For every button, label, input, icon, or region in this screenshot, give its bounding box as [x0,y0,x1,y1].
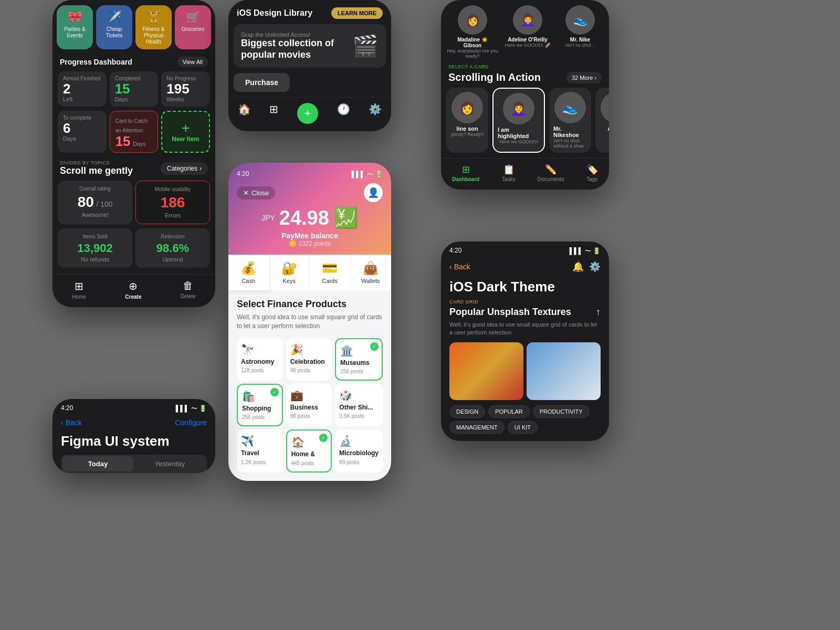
figma-status-bar: 4:20 ▌▌▌ 〜 🔋 [52,399,215,416]
close-button[interactable]: ✕ Close [237,186,275,200]
keys-icon: 🔐 [281,261,297,276]
no-progress-cell: No Progress 195 Weeks [161,71,210,107]
hl-card-0[interactable]: 👩 line son ybody? Ready? [446,88,488,153]
divider-text-group: DIVIDED BY TOPICS Scroll me gently [60,160,133,176]
finance-grid: 🔭 Astronomy 128 posts 🎉 Celebration 96 p… [237,338,383,472]
stats-row-1: Almost Finished 2 Left Completed 15 Days… [52,69,215,109]
nav-settings-item[interactable]: ⚙️ [369,103,382,124]
hl-name-featured: I am highlighted [498,127,540,139]
tab-create[interactable]: ⊕ Create [125,280,141,300]
completed-cell: Completed 15 Days [110,71,159,107]
view-all-button[interactable]: View All [177,57,208,67]
dark-back-button[interactable]: ‹ Back [449,262,470,271]
tag-productivity[interactable]: PRODUCTIVITY [533,405,590,418]
learn-more-button[interactable]: LEARN MORE [331,7,383,19]
profile-chip-adeline[interactable]: 👩‍🦱 Adeline O'Reilly Here we GOOOO! 🚀 [504,5,551,59]
figma-back-button[interactable]: ‹ Back [61,418,82,427]
profile-chip-madaline[interactable]: 👩 Madaline ☀️Gibson Hey, everybody! Are … [446,5,499,59]
card-catch-cell: Card to Catch an Attention 15 Days [110,111,159,153]
hl-avatar-0: 👩 [452,92,483,123]
fin-item-shopping[interactable]: 🛍️ Shopping 256 posts ✓ [237,384,283,426]
tab-wallets[interactable]: 👜 Wallets [351,255,392,290]
nav-history-item[interactable]: 🕐 [337,103,350,124]
fitness-emoji: 🏋️ [146,10,161,24]
overall-value-row: 80 / 100 [63,194,127,211]
wallets-label: Wallets [361,278,380,284]
almost-finished-cell: Almost Finished 2 Left [58,71,107,107]
tab-keys[interactable]: 🔐 Keys [269,255,310,290]
nav-home-icon: 🏠 [238,103,251,116]
fin-item-business[interactable]: 💼 Business 88 posts [286,384,332,426]
amount-value: 24.98 [279,207,329,229]
app-icon-tickets[interactable]: ✈️ Cheap Tickets [96,5,132,49]
new-item-cell[interactable]: + New Item [161,111,210,153]
figma-signal-icons: ▌▌▌ 〜 🔋 [176,404,207,413]
scroll-title: Scroll me gently [60,165,133,176]
tags-row: DESIGN POPULAR PRODUCTIVITY MANAGEMENT U… [441,405,609,441]
items-label: Items Sold [63,234,127,239]
design-title: iOS Design Library [237,8,312,18]
nav-tags[interactable]: 🏷️ Tags [586,164,598,182]
figma-tabs: Today Yesterday [61,455,207,473]
card-catch-label: Card to Catch an Attention [116,118,148,133]
promo-text: Grap the Unlimited Access! Biggest colle… [241,32,352,60]
purchase-button[interactable]: Purchase [234,73,290,92]
tag-design[interactable]: DESIGN [449,405,485,418]
app-icon-parties[interactable]: 🎀 Parties & Events [57,5,93,49]
more-button[interactable]: 32 More › [566,72,602,83]
tag-management[interactable]: MANAGEMENT [449,421,505,434]
configure-button[interactable]: Configure [175,418,207,427]
select-card-label: SELECT A CARD [441,62,609,70]
tab-cash[interactable]: 💰 Cash [228,255,269,290]
parties-emoji: 🎀 [68,10,82,24]
divider-section: DIVIDED BY TOPICS Scroll me gently Categ… [52,156,215,178]
fin-item-astronomy[interactable]: 🔭 Astronomy 128 posts [237,338,283,381]
nav-grid-item[interactable]: ⊞ [269,103,278,124]
adeline-msg: Here we GOOOO! 🚀 [505,43,550,48]
nav-tags-label: Tags [586,176,597,182]
popular-desc: Well, it's good idea to use small square… [441,321,609,342]
nav-documents-label: Documents [538,176,564,182]
stats-row-2: To complete 6 Days Card to Catch an Atte… [52,109,215,156]
nav-dashboard[interactable]: ⊞ Dashboard [452,164,479,182]
nav-documents[interactable]: ✏️ Documents [538,164,564,182]
fin-item-microbiology[interactable]: 🔬 Microbiology 89 posts [335,429,383,472]
madaline-name: Madaline ☀️Gibson [457,37,488,48]
fin-item-home[interactable]: 🏠 Home & 445 posts ✓ [286,429,332,472]
fin-item-museums[interactable]: 🏛️ Museums 256 posts ✓ [335,338,383,381]
nav-home-item[interactable]: 🏠 [238,103,251,124]
finance-top-gradient: 4:20 ▌▌▌ 〜 🔋 ✕ Close 👤 JPY 24.98 💹 PayMe… [228,163,391,255]
finance-tabs: 💰 Cash 🔐 Keys 💳 Cards 👜 Wallets [228,255,391,290]
popular-title-row: Popular Unsplash Textures ↑ [441,306,609,321]
hl-card-featured[interactable]: 👩‍🦱 I am highlighted Here we GOOOO! [492,88,545,153]
tab-cards[interactable]: 💳 Cards [310,255,351,290]
nav-tasks[interactable]: 📋 Tasks [502,164,516,182]
fin-item-other[interactable]: 🎲 Other Shi... 3.5K posts [335,384,383,426]
app-icon-fitness[interactable]: 🏋️ Fitness & Physical Health [135,5,172,49]
cards-label: Cards [322,278,338,284]
wallets-icon: 👜 [363,261,379,276]
tag-ui-kit[interactable]: UI KIT [508,421,538,434]
hl-card-1[interactable]: 👟 Mr. Nikeshoe Ain't no shot without a s… [549,88,591,153]
groceries-label: Groceries [182,26,204,33]
tab-delete[interactable]: 🗑 Delete [181,280,196,300]
dark-signal-icons: ▌▌▌ 〜 🔋 [570,247,601,256]
nav-add-button[interactable]: + [297,103,318,124]
texture-blue [527,342,601,400]
fin-item-celebration[interactable]: 🎉 Celebration 96 posts [286,338,332,381]
bell-button[interactable]: 🔔 [572,261,584,272]
tag-popular[interactable]: POPULAR [488,405,530,418]
madaline-avatar: 👩 [458,5,487,35]
share-button[interactable]: ↑ [596,307,601,318]
tab-yesterday[interactable]: Yesterday [134,456,205,471]
tab-today[interactable]: Today [62,456,133,471]
settings-button[interactable]: ⚙️ [589,261,601,272]
profile-chip-nike[interactable]: 👟 Mr. Nike Ain't no shot... [556,5,604,59]
tab-home[interactable]: ⊞ Home [72,280,86,300]
categories-button[interactable]: Categories › [161,162,208,175]
app-icon-groceries[interactable]: 🛒 Groceries [175,5,211,49]
cash-label: Cash [242,278,255,284]
fin-item-travel[interactable]: ✈️ Travel 1.2K posts [237,429,283,472]
hl-card-2[interactable]: 👩 Adelin Here [595,88,609,153]
hl-name-2: Adelin [607,125,609,132]
